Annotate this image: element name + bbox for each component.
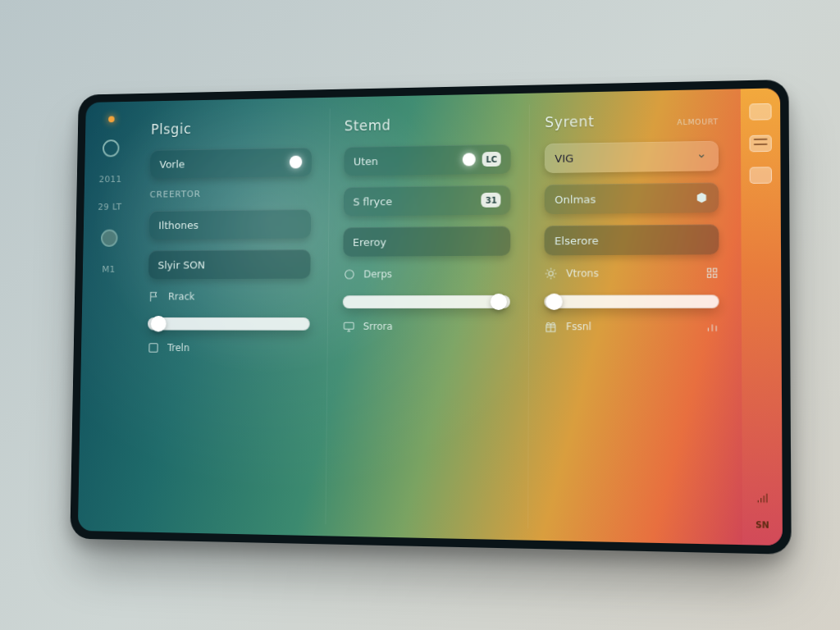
monitor-icon: [342, 320, 355, 333]
badge: 31: [482, 193, 501, 208]
column-meta: ALMOURT: [677, 117, 719, 126]
grid-icon[interactable]: [705, 267, 719, 280]
slider-3[interactable]: [545, 294, 719, 308]
menu-icon[interactable]: [749, 135, 771, 153]
footer-label: Derps: [363, 268, 392, 280]
row-uten[interactable]: Uten LC: [344, 144, 511, 176]
square-icon: [147, 341, 159, 354]
footer-label: Fssnl: [566, 321, 591, 332]
toggle-dot-icon[interactable]: [289, 156, 302, 169]
row-sflryce[interactable]: S flryce 31: [344, 185, 511, 217]
row-label: Uten: [354, 155, 378, 167]
svg-point-1: [345, 270, 354, 279]
flag-icon: [148, 290, 160, 304]
footer-label: Rrack: [168, 291, 195, 303]
footer-label: Vtrons: [566, 267, 599, 279]
status-led-icon: [108, 116, 115, 122]
cube-icon: [695, 191, 709, 204]
row-creertor: Creertor: [150, 188, 312, 200]
footer-label: Srrora: [363, 321, 393, 332]
svg-rect-6: [708, 274, 711, 277]
svg-rect-7: [713, 274, 716, 277]
slider-knob[interactable]: [151, 316, 167, 332]
strip-tag: SN: [756, 520, 769, 530]
svg-rect-2: [344, 322, 354, 329]
footer-rrack[interactable]: Rrack: [148, 290, 309, 303]
rail-label-3: M1: [102, 264, 116, 275]
column-plsgic: Plsgic Vorle Creertor Ilthones Slyir SON…: [130, 109, 326, 525]
footer-label: Treln: [167, 342, 189, 354]
toggle-dot-icon[interactable]: [462, 153, 475, 166]
gift-icon: [545, 320, 558, 333]
right-strip: SN: [741, 88, 783, 546]
row-label: S flryce: [353, 195, 392, 208]
footer-derps[interactable]: Derps: [343, 267, 511, 281]
svg-point-3: [549, 272, 553, 276]
circle-icon: [343, 268, 356, 281]
badge: LC: [482, 152, 501, 167]
slider-knob[interactable]: [491, 294, 507, 310]
left-rail: 2011 29 LT M1: [78, 102, 138, 532]
tablet-device: 2011 29 LT M1 Plsgic Vorle Creertor Ilth…: [70, 80, 791, 555]
rail-label-1: 2011: [98, 174, 121, 185]
row-label: VIG: [555, 152, 573, 164]
row-vorle[interactable]: Vorle: [150, 148, 312, 179]
columns: Plsgic Vorle Creertor Ilthones Slyir SON…: [130, 89, 742, 545]
row-label: Slyir SON: [158, 258, 205, 271]
row-ereroy[interactable]: Ereroy: [343, 226, 511, 257]
svg-rect-5: [713, 268, 716, 272]
row-ilthones[interactable]: Ilthones: [149, 209, 311, 240]
row-label: Elserore: [555, 234, 599, 246]
screen: 2011 29 LT M1 Plsgic Vorle Creertor Ilth…: [78, 88, 783, 546]
row-label: Ilthones: [158, 219, 199, 231]
rail-label-2: 29 LT: [98, 202, 122, 212]
column-title: Syrent: [545, 113, 594, 130]
slider-2[interactable]: [342, 295, 510, 308]
strip-chip-2[interactable]: [750, 167, 772, 184]
footer-srrora[interactable]: Srrora: [342, 320, 510, 333]
column-syrent: Syrent ALMOURT VIG Onlmas Elserore Vtron…: [528, 101, 736, 533]
column-title: Stemd: [345, 115, 512, 134]
strip-chip-1[interactable]: [749, 103, 771, 121]
slider-knob[interactable]: [546, 294, 563, 310]
footer-treln[interactable]: Treln: [147, 341, 309, 354]
signal-icon: [756, 491, 769, 505]
sun-icon: [545, 267, 558, 280]
row-onlmas[interactable]: Onlmas: [545, 182, 719, 214]
bars-icon[interactable]: [705, 320, 719, 333]
column-title: Plsgic: [151, 119, 312, 138]
svg-rect-4: [708, 268, 711, 272]
rail-ring-icon[interactable]: [103, 139, 120, 157]
row-label: Onlmas: [555, 193, 596, 206]
footer-fssnl[interactable]: Fssnl: [545, 320, 719, 334]
slider-1[interactable]: [148, 317, 310, 331]
chevron-icon: [695, 149, 709, 162]
row-slyirson[interactable]: Slyir SON: [148, 249, 310, 279]
svg-rect-0: [149, 344, 158, 352]
row-label: Ereroy: [353, 235, 386, 248]
column-stemd: Stemd Uten LC S flryce 31 Ereroy: [325, 105, 526, 528]
footer-vtrons[interactable]: Vtrons: [545, 267, 719, 281]
row-label: Vorle: [159, 158, 185, 170]
row-elserore[interactable]: Elserore: [545, 224, 719, 255]
rail-ring-solid-icon[interactable]: [101, 230, 118, 247]
row-vig[interactable]: VIG: [545, 141, 719, 173]
